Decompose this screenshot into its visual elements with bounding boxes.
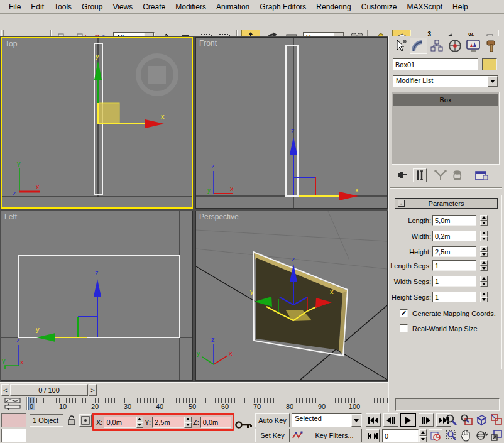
configure-modifier-sets-button[interactable] [474,169,488,183]
pan-button[interactable] [460,429,474,442]
menu-customize[interactable]: Customize [356,1,402,13]
menu-modifiers[interactable]: Modifiers [170,1,211,13]
absolute-offset-mode-toggle[interactable] [79,414,92,427]
menu-graph-editors[interactable]: Graph Editors [255,1,311,13]
x-coordinate-field[interactable]: 0,0m [104,417,136,428]
menu-animation[interactable]: Animation [211,1,255,13]
maxscript-mini-listener-white[interactable] [1,429,26,442]
param-width-segs-field[interactable]: 1 [432,276,476,287]
set-key-button[interactable]: Set Key [255,429,290,442]
ruler-num: 10 [59,403,67,410]
viewport-perspective-label[interactable]: Perspective [199,212,239,221]
z-coordinate-field[interactable]: 0,0m [200,417,231,428]
object-name-field[interactable]: Box01 [393,58,478,70]
param-height-segs-spinner[interactable] [480,292,488,302]
tab-create[interactable] [392,38,409,54]
svg-text:z: z [291,127,295,134]
tab-hierarchy[interactable] [428,38,446,54]
param-height-field[interactable]: 2,5m [432,246,476,257]
param-length-segs-spinner[interactable] [480,260,488,271]
zoom-region-button[interactable] [445,429,459,442]
arc-rotate-button[interactable] [475,429,490,442]
selection-set-combo[interactable]: Selected [292,413,362,427]
next-frame-button[interactable] [419,413,434,427]
param-length-spinner[interactable] [480,215,488,226]
rollout-collapse-button[interactable]: - [398,200,405,207]
tab-modify[interactable] [410,38,427,54]
tab-motion[interactable] [446,38,464,54]
selection-set-dropdown[interactable] [351,414,361,427]
mini-curve-editor-button[interactable] [3,397,24,412]
ruler-ticks [30,398,388,403]
modifier-stack-item-box[interactable]: Box [393,94,498,106]
show-end-result-button[interactable] [413,168,427,182]
selection-lock-toggle[interactable] [67,415,77,427]
previous-frame-button[interactable] [383,413,398,427]
modifier-stack[interactable]: Box [392,92,500,165]
min-max-toggle-button[interactable] [490,429,504,442]
param-height-spinner[interactable] [480,246,488,257]
param-width-field[interactable]: 0,2m [432,231,476,241]
viewport-top-label[interactable]: Top [5,40,17,48]
svg-text:z: z [211,336,215,343]
keyboard-shortcut-override-toggle[interactable] [235,420,253,431]
time-slider-handle[interactable]: 0 / 100 [10,384,88,396]
time-configuration-button[interactable] [429,429,442,442]
viewport-front-label[interactable]: Front [199,39,217,48]
make-unique-button[interactable] [434,170,447,182]
axis-tripod: z x y [197,336,233,364]
viewport-top[interactable]: Top y x y [1,37,193,209]
x-spinner[interactable] [136,417,144,428]
y-coordinate-field[interactable]: 2,5m [152,417,184,428]
zoom-all-button[interactable] [460,413,474,427]
viewport-front[interactable]: Front z x z x y [195,37,388,209]
param-width-segs-spinner[interactable] [480,276,488,287]
tab-utilities[interactable] [483,38,501,54]
generate-mapping-coords-checkbox[interactable]: ✓ [400,309,408,317]
viewport-perspective[interactable]: Perspective [195,211,388,381]
zoom-extents-button[interactable] [475,413,490,427]
zoom-button[interactable] [445,413,459,427]
pin-stack-button[interactable] [395,169,408,183]
viewport-left-canvas: z y z y x [1,211,192,380]
play-button[interactable] [400,413,416,427]
previous-frame-arrow[interactable]: < [1,384,9,396]
param-length-segs-field[interactable]: 1 [432,260,476,271]
viewport-left-label[interactable]: Left [4,212,17,221]
object-color-swatch[interactable] [482,58,497,70]
menu-file[interactable]: File [4,1,26,13]
param-width-spinner[interactable] [480,231,488,241]
y-spinner[interactable] [184,417,192,428]
frame-spinner[interactable] [419,429,427,442]
menu-tools[interactable]: Tools [49,1,77,13]
real-world-map-size-checkbox[interactable] [400,324,408,332]
next-frame-arrow[interactable]: > [89,384,97,396]
go-to-start-button[interactable] [366,413,381,427]
auto-key-button[interactable]: Auto Key [255,413,290,427]
parameters-rollout-header[interactable]: - Parameters [395,198,498,209]
track-bar[interactable]: 0 10 20 30 40 50 60 70 80 90 100 [0,397,388,412]
menu-maxscript[interactable]: MAXScript [402,1,447,13]
menu-group[interactable]: Group [77,1,107,13]
viewport-left[interactable]: Left z y z y x [1,211,193,381]
menu-rendering[interactable]: Rendering [311,1,356,13]
param-length-field[interactable]: 5,0m [432,215,476,226]
key-filters-button[interactable]: Key Filters... [307,429,362,442]
svg-text:z: z [211,162,215,170]
maxscript-mini-listener-pink[interactable] [1,413,26,427]
remove-modifier-button[interactable] [452,169,463,183]
key-mode-toggle-button[interactable] [366,429,380,442]
checkbox-mark: ✓ [401,309,407,317]
new-key-mode-toggle[interactable] [292,430,303,442]
current-frame-field[interactable]: 0 [382,429,419,442]
menu-create[interactable]: Create [138,1,170,13]
param-height-segs-field[interactable]: 1 [432,292,476,302]
time-slider-track[interactable] [97,385,386,395]
menu-edit[interactable]: Edit [26,1,49,13]
modifier-list-dropdown[interactable] [488,76,498,87]
zoom-extents-all-button[interactable] [490,413,504,427]
modifier-list-combo[interactable]: Modifier List [393,75,498,87]
tab-display[interactable] [464,38,482,54]
menu-help[interactable]: Help [447,1,473,13]
menu-views[interactable]: Views [107,1,138,13]
